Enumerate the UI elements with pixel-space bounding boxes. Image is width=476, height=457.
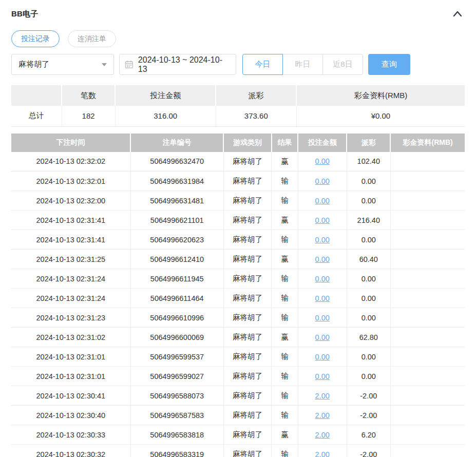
table-row: 2024-10-13 02:31:415064996621101麻将胡了赢0.0…: [11, 211, 465, 230]
bet-amount-link[interactable]: 2.00: [315, 450, 330, 457]
cell-bonus: [390, 250, 465, 269]
cell-result: 输: [272, 230, 298, 250]
cell-order-no: 5064996620623: [130, 230, 223, 250]
cell-bonus: [390, 386, 465, 406]
tab-bet-records[interactable]: 投注记录: [11, 30, 60, 47]
cell-payout: 0.00: [347, 367, 390, 386]
cell-order-no: 5064996621101: [130, 211, 223, 230]
col-order-no: 注单编号: [130, 134, 223, 152]
cell-bet-amount: 0.00: [298, 211, 347, 230]
table-row: 2024-10-13 02:31:255064996612410麻将胡了赢0.0…: [11, 250, 465, 269]
cell-bonus: [390, 328, 465, 347]
cell-bonus: [390, 211, 465, 230]
cell-bet-amount: 0.00: [298, 367, 347, 386]
collapse-button[interactable]: [450, 8, 465, 20]
cell-bonus: [390, 289, 465, 308]
bet-amount-link[interactable]: 2.00: [315, 431, 330, 439]
date-range-value: 2024-10-13 ~ 2024-10-13: [138, 55, 231, 74]
bet-amount-link[interactable]: 0.00: [315, 216, 330, 224]
summary-total-payout: 373.60: [216, 106, 296, 126]
bet-amount-link[interactable]: 0.00: [315, 333, 330, 341]
date-range-input[interactable]: 2024-10-13 ~ 2024-10-13: [119, 54, 236, 75]
cell-bonus: [390, 172, 465, 191]
quick-date-button-group: 今日 昨日 近8日: [242, 54, 363, 75]
bet-amount-link[interactable]: 0.00: [315, 236, 330, 244]
today-button[interactable]: 今日: [242, 54, 283, 75]
summary-table: 笔数 投注金额 派彩 彩金资料(RMB) 总计 182 316.00 373.6…: [11, 85, 465, 127]
summary-col-count: 笔数: [62, 85, 115, 106]
cell-result: 输: [272, 367, 298, 386]
cell-order-no: 5064996599027: [130, 367, 223, 386]
cell-game-type: 麻将胡了: [223, 289, 272, 308]
summary-total-label: 总计: [11, 106, 62, 126]
yesterday-button[interactable]: 昨日: [282, 54, 323, 75]
cell-bonus: [390, 191, 465, 211]
bet-amount-link[interactable]: 0.00: [315, 314, 330, 322]
cell-bonus: [390, 308, 465, 328]
records-table: 下注时间注单编号游戏类别结果投注金额派彩彩金资料(RMB) 2024-10-13…: [11, 134, 465, 457]
cell-bet-time: 2024-10-13 02:32:01: [11, 172, 130, 191]
cell-result: 输: [272, 289, 298, 308]
bet-amount-link[interactable]: 0.00: [315, 255, 330, 263]
summary-col-bonus: 彩金资料(RMB): [296, 85, 465, 106]
cell-payout: 6.20: [347, 425, 390, 445]
bet-amount-link[interactable]: 2.00: [315, 392, 330, 400]
table-row: 2024-10-13 02:30:405064996587583麻将胡了输2.0…: [11, 406, 465, 425]
cell-game-type: 麻将胡了: [223, 425, 272, 445]
cell-result: 输: [272, 347, 298, 367]
cell-result: 输: [272, 308, 298, 328]
summary-col-blank: [11, 85, 62, 106]
col-game-type: 游戏类别: [223, 134, 272, 152]
cell-payout: 0.00: [347, 172, 390, 191]
cell-result: 赢: [272, 328, 298, 347]
cell-bet-time: 2024-10-13 02:32:02: [11, 152, 130, 172]
query-button[interactable]: 查询: [368, 54, 410, 75]
cell-payout: 0.00: [347, 347, 390, 367]
bet-amount-link[interactable]: 0.00: [315, 353, 330, 361]
last-8-days-button[interactable]: 近8日: [322, 54, 363, 75]
summary-total-bet-amount: 316.00: [115, 106, 216, 126]
summary-header-row: 笔数 投注金额 派彩 彩金资料(RMB): [11, 85, 465, 106]
bet-amount-link[interactable]: 0.00: [315, 197, 330, 205]
game-type-select[interactable]: 麻将胡了: [11, 54, 114, 75]
summary-col-bet-amount: 投注金额: [115, 85, 216, 106]
cell-bet-time: 2024-10-13 02:31:02: [11, 328, 130, 347]
cell-order-no: 5064996588073: [130, 386, 223, 406]
cell-result: 赢: [272, 152, 298, 172]
cell-bonus: [390, 367, 465, 386]
cell-result: 赢: [272, 425, 298, 445]
tab-cancelled-orders[interactable]: 连消注单: [68, 30, 116, 47]
calendar-icon: [125, 60, 134, 69]
cell-payout: 60.40: [347, 250, 390, 269]
cell-bet-time: 2024-10-13 02:31:24: [11, 269, 130, 289]
cell-bet-amount: 0.00: [298, 308, 347, 328]
cell-bet-amount: 0.00: [298, 328, 347, 347]
cell-payout: 102.40: [347, 152, 390, 172]
table-row: 2024-10-13 02:31:025064996600069麻将胡了赢0.0…: [11, 328, 465, 347]
table-row: 2024-10-13 02:31:235064996610996麻将胡了输0.0…: [11, 308, 465, 328]
cell-payout: 62.80: [347, 328, 390, 347]
cell-bet-amount: 0.00: [298, 289, 347, 308]
cell-game-type: 麻将胡了: [223, 308, 272, 328]
cell-bet-amount: 0.00: [298, 230, 347, 250]
summary-col-payout: 派彩: [216, 85, 296, 106]
bet-amount-link[interactable]: 2.00: [315, 411, 330, 420]
records-body: 2024-10-13 02:32:025064996632470麻将胡了赢0.0…: [11, 152, 465, 457]
bet-amount-link[interactable]: 0.00: [315, 177, 330, 185]
cell-bet-time: 2024-10-13 02:32:00: [11, 191, 130, 211]
bet-amount-link[interactable]: 0.00: [315, 275, 330, 283]
cell-game-type: 麻将胡了: [223, 152, 272, 172]
cell-bet-time: 2024-10-13 02:30:40: [11, 406, 130, 425]
cell-bet-amount: 2.00: [298, 406, 347, 425]
cell-bonus: [390, 406, 465, 425]
cell-bet-time: 2024-10-13 02:31:01: [11, 347, 130, 367]
cell-payout: 0.00: [347, 230, 390, 250]
cell-game-type: 麻将胡了: [223, 269, 272, 289]
cell-payout: -2.00: [347, 386, 390, 406]
cell-order-no: 5064996583818: [130, 425, 223, 445]
bet-amount-link[interactable]: 0.00: [315, 372, 330, 380]
panel-header: BB电子: [11, 0, 465, 20]
bet-amount-link[interactable]: 0.00: [315, 157, 330, 165]
cell-payout: 216.40: [347, 211, 390, 230]
bet-amount-link[interactable]: 0.00: [315, 294, 330, 302]
